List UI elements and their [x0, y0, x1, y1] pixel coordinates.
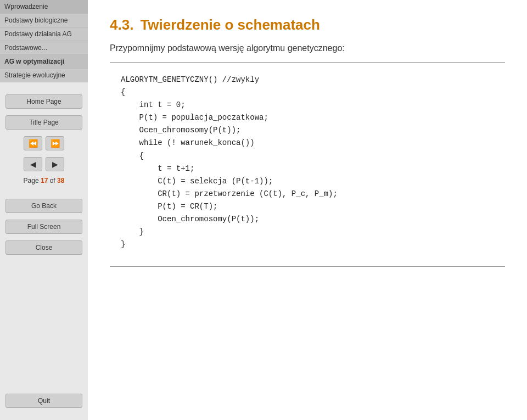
- home-page-button[interactable]: Home Page: [5, 94, 82, 109]
- full-screen-button[interactable]: Full Screen: [5, 220, 82, 234]
- section-number: 4.3.: [110, 16, 133, 33]
- code-line: {: [121, 150, 505, 163]
- section-title: Twierdzenie o schematach: [140, 16, 320, 33]
- code-line: ALGORYTM_GENETYCZNY() //zwykly: [121, 74, 505, 86]
- page-of: of: [50, 177, 55, 184]
- fast-nav-arrows: ⏪ ⏩: [5, 136, 82, 150]
- divider-top: [110, 62, 505, 63]
- code-line: C(t) = selekcja (P(t-1));: [121, 175, 505, 188]
- code-line: }: [121, 238, 505, 251]
- code-line: {: [121, 86, 505, 99]
- sidebar-item-wprowadzenie[interactable]: Wprowadzenie: [0, 0, 88, 14]
- page-current: 17: [41, 177, 48, 184]
- fast-forward-button[interactable]: ⏩: [46, 136, 64, 150]
- sidebar-item-podstawowe[interactable]: Podstawowe...: [0, 41, 88, 55]
- code-block: ALGORYTM_GENETYCZNY() //zwykly{ int t = …: [121, 74, 505, 251]
- code-line: t = t+1;: [121, 163, 505, 175]
- intro-text: Przypomnijmy podstawową wersję algorytmu…: [110, 43, 505, 53]
- code-line: P(t) = CR(T);: [121, 200, 505, 213]
- sidebar: WprowadzeniePodstawy biologicznePodstawy…: [0, 0, 88, 420]
- page-info: Page 17 of 38: [5, 177, 82, 184]
- code-line: Ocen_chromosomy(P(t));: [121, 213, 505, 226]
- code-line: Ocen_chromosomy(P(t));: [121, 124, 505, 137]
- page-label: Page: [24, 177, 39, 184]
- sidebar-item-podstawy-dzialania-ag[interactable]: Podstawy działania AG: [0, 27, 88, 41]
- back-button[interactable]: ◀: [24, 157, 42, 171]
- go-back-button[interactable]: Go Back: [5, 199, 82, 213]
- code-line: }: [121, 226, 505, 238]
- divider-bottom: [110, 266, 505, 267]
- sidebar-item-podstawy-biologiczne[interactable]: Podstawy biologiczne: [0, 14, 88, 27]
- sidebar-item-ag-w-optymalizacji[interactable]: AG w optymalizacji: [0, 55, 88, 69]
- forward-button[interactable]: ▶: [46, 157, 64, 171]
- code-line: CR(t) = przetworzenie (C(t), P_c, P_m);: [121, 188, 505, 200]
- code-line: P(t) = populacja_poczatkowa;: [121, 111, 505, 124]
- close-button[interactable]: Close: [5, 240, 82, 255]
- page-total: 38: [57, 177, 64, 184]
- code-line: while (! warunek_konca()): [121, 137, 505, 149]
- main-content: 4.3. Twierdzenie o schematach Przypomnij…: [88, 0, 527, 420]
- fast-back-button[interactable]: ⏪: [24, 136, 42, 150]
- sidebar-item-strategie-ewolucyjne[interactable]: Strategie ewolucyjne: [0, 69, 88, 82]
- nav-items: WprowadzeniePodstawy biologicznePodstawy…: [0, 0, 88, 82]
- code-line: int t = 0;: [121, 99, 505, 111]
- quit-button[interactable]: Quit: [5, 394, 82, 408]
- title-page-button[interactable]: Title Page: [5, 115, 82, 130]
- slow-nav-arrows: ◀ ▶: [5, 157, 82, 171]
